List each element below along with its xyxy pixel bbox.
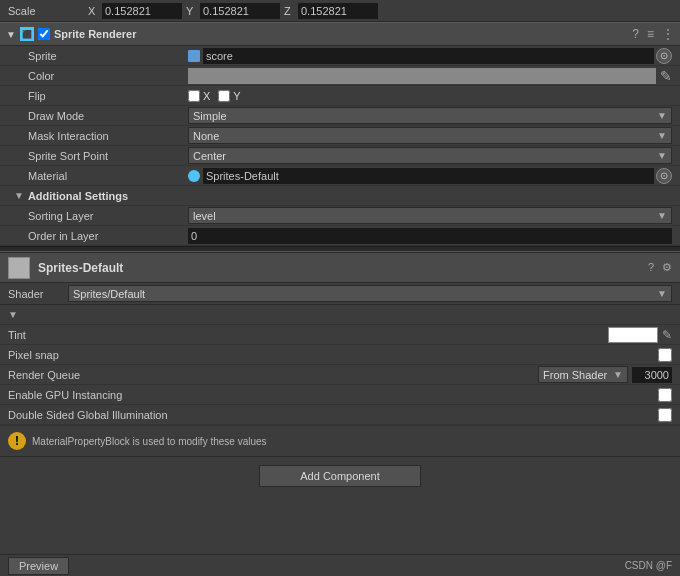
scale-row: Scale X Y Z xyxy=(0,0,680,22)
material-header-actions: ? ⚙ xyxy=(648,261,672,274)
double-sided-row: Double Sided Global Illumination xyxy=(0,405,680,425)
shader-label: Shader xyxy=(8,288,68,300)
watermark: CSDN @F xyxy=(625,560,672,571)
color-picker-btn[interactable]: ✎ xyxy=(660,68,672,84)
render-queue-row: Render Queue From Shader ▼ xyxy=(0,365,680,385)
material-icon xyxy=(188,170,200,182)
collapse-arrow[interactable]: ▼ xyxy=(6,29,16,40)
color-swatch[interactable] xyxy=(188,68,656,84)
warning-row: ! MaterialPropertyBlock is used to modif… xyxy=(0,425,680,456)
sprite-sort-point-label: Sprite Sort Point xyxy=(28,150,188,162)
render-queue-text: From Shader xyxy=(543,369,613,381)
sorting-layer-text: level xyxy=(193,210,657,222)
render-queue-value: From Shader ▼ xyxy=(208,366,672,383)
sprite-sort-point-row: Sprite Sort Point Center ▼ xyxy=(0,146,680,166)
draw-mode-label: Draw Mode xyxy=(28,110,188,122)
sprite-renderer-checkbox[interactable] xyxy=(38,28,50,40)
scale-y-axis: Y xyxy=(186,5,198,17)
sprite-select-btn[interactable]: ⊙ xyxy=(656,48,672,64)
scale-y-field: Y xyxy=(186,3,280,19)
draw-mode-value: Simple ▼ xyxy=(188,107,672,124)
render-queue-dropdown[interactable]: From Shader ▼ xyxy=(538,366,628,383)
draw-mode-dropdown[interactable]: Simple ▼ xyxy=(188,107,672,124)
mask-interaction-dropdown[interactable]: None ▼ xyxy=(188,127,672,144)
pixel-snap-value xyxy=(208,348,672,362)
sprites-default-header: Sprites-Default ? ⚙ xyxy=(0,253,680,283)
pixel-snap-checkbox[interactable] xyxy=(658,348,672,362)
tint-row: Tint ✎ xyxy=(0,325,680,345)
gpu-instancing-label: Enable GPU Instancing xyxy=(8,389,208,401)
color-label: Color xyxy=(28,70,188,82)
bottom-bar: Preview CSDN @F xyxy=(0,554,680,576)
sorting-layer-value: level ▼ xyxy=(188,207,672,224)
draw-mode-arrow: ▼ xyxy=(657,110,667,121)
flip-x-label: X xyxy=(203,90,210,102)
render-queue-label: Render Queue xyxy=(8,369,208,381)
sprite-row: Sprite ⊙ xyxy=(0,46,680,66)
pixel-snap-row: Pixel snap xyxy=(0,345,680,365)
scale-fields: X Y Z xyxy=(88,3,672,19)
draw-mode-text: Simple xyxy=(193,110,657,122)
order-in-layer-input[interactable] xyxy=(188,228,672,244)
sprites-default-section: Sprites-Default ? ⚙ Shader Sprites/Defau… xyxy=(0,252,680,456)
flip-value: X Y xyxy=(188,90,672,102)
draw-mode-row: Draw Mode Simple ▼ xyxy=(0,106,680,126)
additional-settings-arrow[interactable]: ▼ xyxy=(14,190,24,201)
sorting-layer-arrow: ▼ xyxy=(657,210,667,221)
tint-edit-icon[interactable]: ✎ xyxy=(662,328,672,342)
pixel-snap-label: Pixel snap xyxy=(8,349,208,361)
material-select-btn[interactable]: ⊙ xyxy=(656,168,672,184)
shader-text: Sprites/Default xyxy=(73,288,657,300)
tint-swatch[interactable] xyxy=(608,327,658,343)
settings-icon[interactable]: ≡ xyxy=(647,27,654,41)
sorting-layer-dropdown[interactable]: level ▼ xyxy=(188,207,672,224)
section-actions: ? ≡ ⋮ xyxy=(632,27,674,41)
flip-x-item: X xyxy=(188,90,210,102)
material-help-icon[interactable]: ? xyxy=(648,261,654,274)
shader-expand-arrow[interactable]: ▼ xyxy=(8,309,18,320)
material-value: ⊙ xyxy=(188,168,672,184)
scale-y-input[interactable] xyxy=(200,3,280,19)
flip-x-checkbox[interactable] xyxy=(188,90,200,102)
double-sided-checkbox[interactable] xyxy=(658,408,672,422)
shader-dropdown[interactable]: Sprites/Default ▼ xyxy=(68,285,672,302)
color-value: ✎ xyxy=(188,68,672,84)
scale-x-input[interactable] xyxy=(102,3,182,19)
help-icon[interactable]: ? xyxy=(632,27,639,41)
gpu-instancing-checkbox[interactable] xyxy=(658,388,672,402)
tint-label: Tint xyxy=(8,329,208,341)
sprite-sort-point-text: Center xyxy=(193,150,657,162)
warning-text: MaterialPropertyBlock is used to modify … xyxy=(32,436,267,447)
shader-expand-row: ▼ xyxy=(0,305,680,325)
warning-icon: ! xyxy=(8,432,26,450)
sorting-layer-label: Sorting Layer xyxy=(28,210,188,222)
mask-interaction-arrow: ▼ xyxy=(657,130,667,141)
sprite-sort-point-dropdown[interactable]: Center ▼ xyxy=(188,147,672,164)
order-in-layer-row: Order in Layer xyxy=(0,226,680,246)
sprite-sort-point-value: Center ▼ xyxy=(188,147,672,164)
flip-y-checkbox[interactable] xyxy=(218,90,230,102)
preview-tab[interactable]: Preview xyxy=(8,557,69,575)
mask-interaction-label: Mask Interaction xyxy=(28,130,188,142)
scale-z-input[interactable] xyxy=(298,3,378,19)
more-icon[interactable]: ⋮ xyxy=(662,27,674,41)
sprite-value: ⊙ xyxy=(188,48,672,64)
color-row: Color ✎ xyxy=(0,66,680,86)
scale-x-axis: X xyxy=(88,5,100,17)
additional-settings-title: Additional Settings xyxy=(28,190,128,202)
render-queue-number[interactable] xyxy=(632,367,672,383)
material-field[interactable] xyxy=(203,168,654,184)
sorting-layer-row: Sorting Layer level ▼ xyxy=(0,206,680,226)
tint-value: ✎ xyxy=(208,327,672,343)
add-component-row: Add Component xyxy=(0,456,680,495)
material-label: Material xyxy=(28,170,188,182)
sprite-renderer-icon: ⬛ xyxy=(20,27,34,41)
sprite-sort-point-arrow: ▼ xyxy=(657,150,667,161)
add-component-button[interactable]: Add Component xyxy=(259,465,421,487)
order-in-layer-label: Order in Layer xyxy=(28,230,188,242)
gpu-instancing-row: Enable GPU Instancing xyxy=(0,385,680,405)
additional-settings-header: ▼ Additional Settings xyxy=(0,186,680,206)
double-sided-value xyxy=(208,408,672,422)
material-settings-icon[interactable]: ⚙ xyxy=(662,261,672,274)
sprite-field[interactable] xyxy=(203,48,654,64)
